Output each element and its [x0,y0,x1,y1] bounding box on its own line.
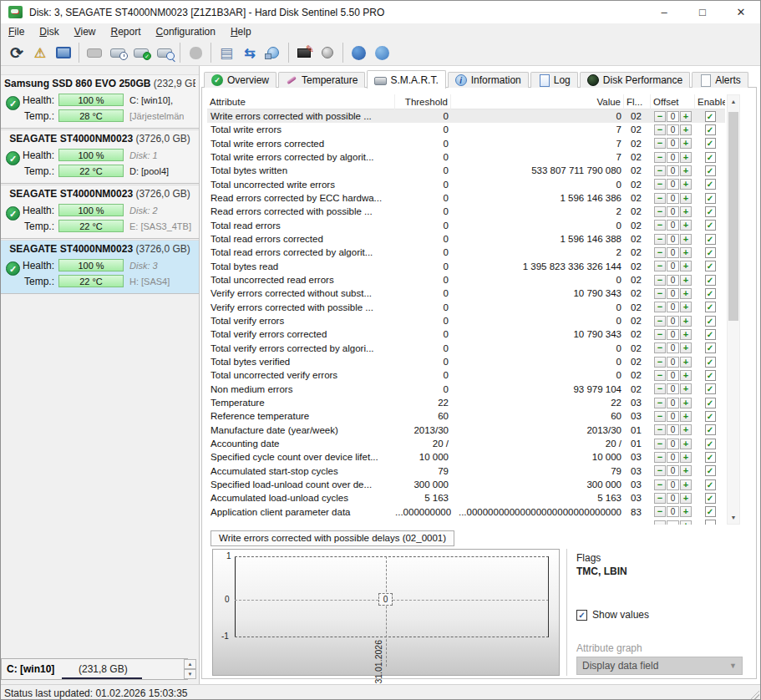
disk-card-0[interactable]: Samsung SSD 860 EVO 250GB (232,9 GB) D✓H… [1,74,199,129]
enable-checkbox[interactable]: ✓ [705,357,716,368]
offset-minus-button[interactable]: − [654,357,666,368]
offset-plus-button[interactable]: + [680,234,692,245]
close-button[interactable]: ✕ [722,1,760,23]
menu-report[interactable]: Report [104,26,149,38]
offset-minus-button[interactable]: − [654,152,666,163]
table-row[interactable]: Accumulated start-stop cycles797903−0+✓ [207,464,725,478]
computer-edit-icon[interactable] [292,42,316,64]
enable-checkbox[interactable]: ✓ [705,398,716,408]
offset-plus-button[interactable]: + [680,370,692,381]
offset-minus-button[interactable]: − [654,411,666,422]
enable-checkbox[interactable]: ✓ [705,411,716,422]
enable-checkbox[interactable]: ✓ [705,506,716,517]
enable-checkbox[interactable]: ✓ [705,179,716,190]
menu-file[interactable]: File [1,26,32,38]
offset-plus-button[interactable]: + [680,329,692,340]
offset-minus-button[interactable]: − [654,520,666,525]
enable-checkbox[interactable]: ✓ [705,193,716,204]
offset-minus-button[interactable]: − [654,288,666,299]
offset-plus-button[interactable]: + [680,206,692,217]
offset-minus-button[interactable]: − [654,193,666,204]
offset-minus-button[interactable]: − [654,493,666,504]
enable-checkbox[interactable]: ✓ [705,370,716,381]
minimize-button[interactable]: – [645,1,683,23]
offset-plus-button[interactable]: + [680,398,692,408]
about-info-icon[interactable] [370,42,393,64]
menu-disk[interactable]: Disk [32,26,66,38]
enable-checkbox[interactable]: ✓ [705,111,716,122]
offset-plus-button[interactable]: + [680,165,692,176]
menu-view[interactable]: View [67,26,104,38]
offset-plus-button[interactable]: + [680,261,692,271]
offset-plus-button[interactable]: + [680,193,692,204]
col-value[interactable]: Value [451,94,624,109]
enable-checkbox[interactable]: ✓ [705,247,716,258]
table-row[interactable]: Total uncorrected read errors0002−0+✓ [207,273,725,287]
disk-card-3[interactable]: SEAGATE ST4000NM0023 (3726,0 GB) ✓Health… [1,240,199,294]
table-row[interactable]: Total write errors corrected by algorit.… [207,150,725,164]
offset-minus-button[interactable]: − [654,234,666,245]
offset-plus-button[interactable]: + [680,493,692,504]
offset-plus-button[interactable]: + [680,383,692,394]
offset-plus-button[interactable]: + [680,357,692,368]
enable-checkbox[interactable] [705,520,716,525]
table-row[interactable]: Verify errors corrected with possible ..… [207,301,725,314]
volume-spin-down-button[interactable]: ▼ [184,669,196,679]
enable-checkbox[interactable]: ✓ [705,165,716,176]
offset-minus-button[interactable]: − [654,165,666,176]
col-enable[interactable]: Enable [695,94,725,109]
offset-minus-button[interactable]: − [654,506,666,517]
disk-card-1[interactable]: SEAGATE ST4000NM0023 (3726,0 GB) ✓Health… [1,129,199,184]
offset-minus-button[interactable]: − [654,383,666,394]
speaker-icon[interactable] [316,42,339,64]
table-row[interactable]: Total uncorrected write errors0002−0+✓ [207,178,725,191]
menu-help[interactable]: Help [223,26,259,38]
offset-plus-button[interactable]: + [680,124,692,135]
offset-minus-button[interactable]: − [654,220,666,231]
disk-test-clock-icon[interactable] [106,42,129,64]
offset-plus-button[interactable]: + [680,247,692,258]
offset-plus-button[interactable]: + [680,138,692,149]
offset-minus-button[interactable]: − [654,342,666,353]
table-row[interactable]: Total verify errors corrected010 790 343… [207,327,725,341]
enable-checkbox[interactable]: ✓ [705,316,716,327]
enable-checkbox[interactable]: ✓ [705,124,716,135]
col-threshold[interactable]: Threshold [395,94,451,109]
table-row[interactable]: Total write errors0702−0+✓ [207,123,725,136]
tab-s-m-a-r-t[interactable]: S.M.A.R.T. [367,70,445,89]
help-icon[interactable] [347,42,370,64]
col-flags[interactable]: Fl... [624,94,651,109]
table-row[interactable]: Write errors corrected with possible ...… [207,109,725,123]
table-row[interactable]: Non medium errors093 979 10402−0+✓ [207,383,725,396]
table-row[interactable]: Read errors corrected with possible ...0… [207,205,725,218]
offset-plus-button[interactable]: + [680,439,692,449]
table-row[interactable]: Accumulated load-unload cycles5 1635 163… [207,491,725,505]
offset-minus-button[interactable]: − [654,275,666,286]
enable-checkbox[interactable]: ✓ [705,234,716,245]
offset-minus-button[interactable]: − [654,424,666,435]
offset-plus-button[interactable]: + [680,506,692,517]
table-row[interactable]: Application client parameter data...0000… [207,505,725,519]
network-icon[interactable] [261,42,285,64]
offset-minus-button[interactable]: − [654,439,666,449]
disk-search-icon[interactable] [153,42,176,64]
offset-plus-button[interactable]: + [680,111,692,122]
enable-checkbox[interactable]: ✓ [705,479,716,490]
enable-checkbox[interactable]: ✓ [705,439,716,449]
offset-plus-button[interactable]: + [680,179,692,190]
tab-disk-performance[interactable]: Disk Performance [580,72,690,88]
offset-plus-button[interactable]: + [680,316,692,327]
user-disabled-icon[interactable] [184,42,207,64]
scrollbar-thumb[interactable] [728,112,738,321]
sync-icon[interactable] [238,42,261,64]
table-row[interactable]: Total write errors corrected0702−0+✓ [207,137,725,150]
offset-plus-button[interactable]: + [680,302,692,312]
enable-checkbox[interactable]: ✓ [705,261,716,271]
offset-minus-button[interactable]: − [654,124,666,135]
enable-checkbox[interactable]: ✓ [705,342,716,353]
offset-minus-button[interactable]: − [654,329,666,340]
table-row[interactable]: Total verify errors0002−0+✓ [207,314,725,327]
offset-plus-button[interactable]: + [680,220,692,231]
offset-minus-button[interactable]: − [654,398,666,408]
report-icon[interactable] [215,42,238,64]
